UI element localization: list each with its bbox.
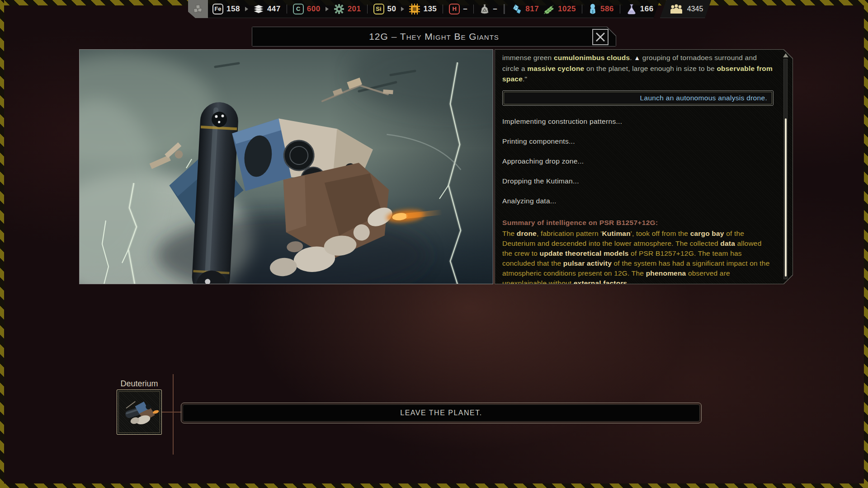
iron-value: 158	[226, 5, 240, 14]
gears-value: 201	[348, 5, 361, 14]
hydrogen-value: –	[463, 5, 467, 14]
scroll-up-arrow[interactable]	[783, 53, 788, 57]
summary-heading: Summary of intelligence on PSR B1257+12G…	[502, 219, 774, 227]
metal-plates-icon	[253, 4, 264, 14]
status-line: Analyzing data...	[502, 197, 774, 205]
resource-research: 166	[626, 4, 654, 14]
hazard-border-left	[0, 0, 4, 488]
ship-thumbnail[interactable]	[117, 389, 162, 435]
resource-food: 1025	[543, 4, 576, 14]
separator	[287, 5, 287, 14]
ship-thumbnail-inner	[118, 391, 160, 433]
chips-value: 135	[423, 5, 437, 14]
ship-name-label: Deuterium	[112, 379, 166, 389]
gear-icon	[334, 4, 344, 14]
production-arrow-icon	[401, 7, 404, 11]
resource-waste: –	[480, 4, 497, 14]
iron-icon: Fe	[212, 4, 223, 14]
silicon-value: 50	[387, 5, 396, 14]
event-intro-text: immense green cumulonimbus clouds. ▲ gro…	[502, 52, 774, 84]
waste-value: –	[493, 5, 497, 14]
crew-icon	[669, 4, 684, 14]
production-arrow-icon	[326, 7, 329, 11]
research-value: 166	[640, 5, 654, 14]
exotics-value: 586	[600, 5, 614, 14]
separator	[582, 5, 582, 14]
carbon-value: 600	[307, 5, 321, 14]
event-title-bar: 12G – They Might Be Giants	[252, 27, 616, 47]
resource-hydrogen: H –	[449, 4, 467, 14]
launch-drone-label: Launch an autonomous analysis drone.	[640, 94, 767, 102]
food-value: 1025	[558, 5, 576, 14]
event-panel-content: immense green cumulonimbus clouds. ▲ gro…	[502, 52, 774, 281]
separator	[367, 5, 368, 14]
resource-chips: 135	[409, 4, 437, 14]
chip-icon	[409, 4, 420, 14]
silicon-icon: Si	[373, 4, 384, 14]
leave-planet-button-inner: LEAVE THE PLANET.	[183, 404, 700, 422]
event-title-inner: 12G – They Might Be Giants	[252, 27, 616, 46]
storm-ship-art	[80, 50, 493, 284]
status-line: Implementing construction patterns...	[502, 117, 774, 126]
flask-icon	[626, 4, 637, 14]
ship-mini-art	[119, 392, 160, 432]
scroll-thumb[interactable]	[785, 118, 787, 277]
event-panel: immense green cumulonimbus clouds. ▲ gro…	[495, 50, 793, 284]
plant-icon	[543, 4, 555, 14]
crates-icon	[192, 3, 204, 15]
status-line: Approaching drop zone...	[502, 157, 774, 165]
scroll-track[interactable]	[783, 59, 788, 279]
launch-drone-button-inner: Launch an autonomous analysis drone.	[504, 92, 772, 104]
ice-crystal-icon	[511, 4, 522, 14]
alien-figure-icon	[588, 4, 597, 14]
metal-value: 447	[267, 5, 281, 14]
separator	[473, 5, 474, 14]
leave-planet-button[interactable]: LEAVE THE PLANET.	[181, 403, 702, 423]
leave-planet-label: LEAVE THE PLANET.	[400, 409, 482, 417]
separator	[443, 5, 443, 14]
event-panel-frame: immense green cumulonimbus clouds. ▲ gro…	[495, 49, 793, 284]
resource-exotics: 586	[588, 4, 614, 14]
separator-heavy	[504, 4, 505, 14]
ice-value: 817	[525, 5, 539, 14]
resource-bar: Fe 158 447 C 600	[188, 0, 711, 18]
separator	[620, 5, 620, 14]
resource-ice: 817	[511, 4, 539, 14]
game-screen: Fe 158 447 C 600	[0, 0, 868, 488]
connector-line-vertical	[173, 374, 174, 455]
carbon-icon: C	[293, 4, 304, 14]
resource-metal: 447	[253, 4, 281, 14]
event-title: 12G – They Might Be Giants	[369, 31, 499, 42]
cargo-tab-button[interactable]	[188, 0, 208, 18]
waste-bag-icon	[480, 4, 490, 14]
launch-drone-button[interactable]: Launch an autonomous analysis drone.	[502, 90, 774, 106]
close-icon	[594, 31, 606, 43]
status-line: Dropping the Kutiman...	[502, 177, 774, 185]
connector-line-horizontal	[162, 412, 182, 413]
resource-carbon: C 600	[293, 4, 321, 14]
resource-iron: Fe 158	[212, 4, 240, 14]
production-arrow-icon	[245, 7, 248, 11]
status-line: Printing components...	[502, 137, 774, 145]
resource-gears: 201	[334, 4, 361, 14]
hydrogen-icon: H	[449, 4, 460, 14]
close-button[interactable]	[592, 29, 609, 45]
hazard-border-right	[864, 0, 868, 488]
resource-strip: Fe 158 447 C 600	[208, 0, 660, 18]
hazard-border-bottom	[0, 483, 868, 488]
panel-scrollbar	[783, 53, 789, 279]
crew-tab[interactable]: 4345	[660, 0, 712, 18]
summary-text: The drone, fabrication pattern 'Kutiman'…	[502, 229, 774, 288]
resource-silicon: Si 50	[373, 4, 396, 14]
crew-value: 4345	[687, 5, 703, 13]
event-illustration	[79, 49, 493, 284]
